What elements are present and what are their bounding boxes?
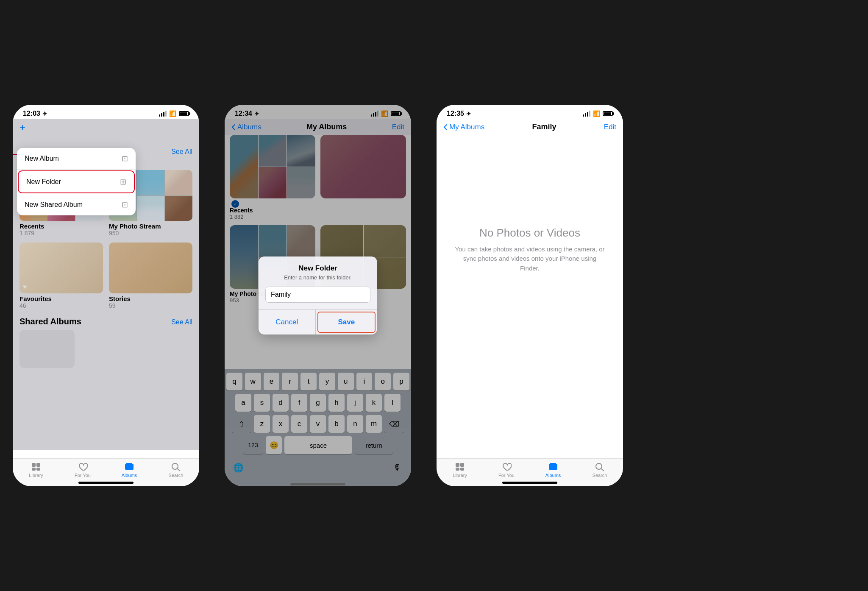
new-shared-album-label: New Shared Album <box>25 201 83 209</box>
modal-buttons: Cancel Save <box>259 309 377 335</box>
new-folder-modal: New Folder Enter a name for this folder.… <box>259 256 377 335</box>
dropdown-new-album[interactable]: New Album ⊡ <box>17 148 136 170</box>
phone-screen-2: 12:34 ✈ 📶 Albums My Albums Edit <box>225 105 411 486</box>
dropdown-new-folder[interactable]: New Folder ⊞ <box>18 170 135 193</box>
svg-rect-4 <box>125 464 134 470</box>
svg-rect-12 <box>549 464 557 470</box>
library-icon-1 <box>31 462 41 471</box>
tab-albums-3[interactable]: Albums <box>540 462 566 478</box>
modal-input-wrap <box>259 282 377 309</box>
album-icon: ⊡ <box>122 154 128 163</box>
edit-btn-3[interactable]: Edit <box>604 123 616 131</box>
signal-icon-3 <box>583 111 590 117</box>
status-icons-3: 📶 <box>583 110 613 117</box>
svg-line-15 <box>601 468 604 471</box>
tab-albums-1[interactable]: Albums <box>117 462 142 478</box>
new-folder-label: New Folder <box>26 178 61 186</box>
tab-library-3[interactable]: Library <box>447 462 473 478</box>
tab-foryou-label-1: For You <box>75 473 91 478</box>
home-indicator-1 <box>78 482 134 484</box>
signal-icon-1 <box>159 111 167 117</box>
battery-icon-1 <box>179 111 189 116</box>
svg-rect-11 <box>460 468 464 471</box>
no-photos-area: No Photos or Videos You can take photos … <box>437 135 623 364</box>
svg-rect-0 <box>32 463 36 467</box>
tab-foryou-1[interactable]: For You <box>70 462 95 478</box>
tab-foryou-3[interactable]: For You <box>494 462 519 478</box>
tab-library-label-1: Library <box>29 473 43 478</box>
my-albums-back-btn[interactable]: My Albums <box>443 123 484 131</box>
back-chevron-3 <box>443 124 448 131</box>
no-photos-title: No Photos or Videos <box>479 226 580 240</box>
battery-icon-3 <box>603 111 613 116</box>
dropdown-new-shared-album[interactable]: New Shared Album ⊡ <box>17 194 136 215</box>
back-label-3: My Albums <box>449 123 484 131</box>
status-icons-1: 📶 <box>159 110 189 117</box>
svg-rect-5 <box>126 463 132 464</box>
dropdown-menu: New Album ⊡ New Folder ⊞ New Shared Albu… <box>17 148 136 215</box>
albums-icon-1 <box>124 462 134 471</box>
tab-search-label-3: Search <box>593 473 607 478</box>
svg-point-14 <box>596 463 602 469</box>
tab-albums-label-3: Albums <box>545 473 561 478</box>
folder-icon: ⊞ <box>120 177 126 187</box>
modal-overlay-2: New Folder Enter a name for this folder.… <box>225 105 411 486</box>
tab-foryou-label-3: For You <box>498 473 515 478</box>
home-indicator-3 <box>502 482 557 484</box>
svg-point-6 <box>172 463 178 469</box>
location-icon-3: ✈ <box>466 111 471 117</box>
phone-screen-3: 12:35 ✈ 📶 My Albums Family Edit <box>437 105 623 486</box>
svg-rect-1 <box>36 463 40 467</box>
wifi-icon-3: 📶 <box>593 110 600 117</box>
tab-albums-label-1: Albums <box>122 473 137 478</box>
family-nav: My Albums Family Edit <box>437 119 623 135</box>
tab-search-3[interactable]: Search <box>587 462 612 478</box>
search-icon-3 <box>595 462 605 471</box>
location-icon-1: ✈ <box>42 111 47 117</box>
folder-name-input[interactable] <box>265 287 370 303</box>
svg-rect-2 <box>32 468 36 471</box>
svg-rect-10 <box>456 468 459 471</box>
tab-library-label-3: Library <box>453 473 467 478</box>
modal-title: New Folder <box>267 264 369 273</box>
modal-header: New Folder Enter a name for this folder. <box>259 256 377 282</box>
new-album-label: New Album <box>25 155 59 162</box>
family-title: Family <box>532 123 556 131</box>
time-3: 12:35 <box>447 110 464 117</box>
svg-rect-9 <box>460 463 464 467</box>
modal-subtitle: Enter a name for this folder. <box>267 274 369 281</box>
phone-screen-1: 12:03 ✈ 📶 + <box>13 105 199 486</box>
foryou-icon-1 <box>78 462 88 471</box>
wifi-icon-1: 📶 <box>169 110 176 117</box>
cancel-button[interactable]: Cancel <box>259 310 316 335</box>
tab-search-label-1: Search <box>169 473 184 478</box>
svg-rect-8 <box>456 463 459 467</box>
time-1: 12:03 <box>23 110 40 117</box>
status-bar-3: 12:35 ✈ 📶 <box>437 105 623 119</box>
status-bar-1: 12:03 ✈ 📶 <box>13 105 199 119</box>
screen1-content: + New Album ⊡ New Folder ⊞ New Shared <box>13 119 199 450</box>
svg-rect-13 <box>550 463 556 464</box>
tab-search-1[interactable]: Search <box>163 462 189 478</box>
albums-icon-3 <box>548 462 558 471</box>
no-photos-desc: You can take photos and videos using the… <box>453 245 606 273</box>
search-icon-1 <box>171 462 181 471</box>
library-icon-3 <box>455 462 465 471</box>
foryou-icon-3 <box>501 462 512 471</box>
save-button[interactable]: Save <box>317 312 376 333</box>
shared-album-icon: ⊡ <box>122 200 128 209</box>
svg-rect-3 <box>36 468 40 471</box>
tab-library-1[interactable]: Library <box>23 462 49 478</box>
svg-line-7 <box>177 468 180 471</box>
